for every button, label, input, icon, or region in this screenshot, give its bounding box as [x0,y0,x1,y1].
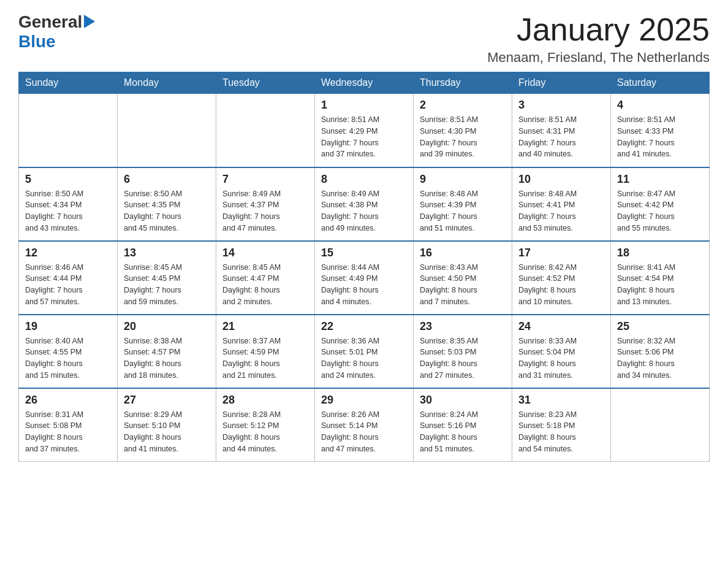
table-row: 9Sunrise: 8:48 AM Sunset: 4:39 PM Daylig… [414,167,512,241]
day-number: 18 [617,247,703,259]
day-info: Sunrise: 8:43 AM Sunset: 4:50 PM Dayligh… [420,262,506,308]
table-row [118,94,216,167]
day-number: 13 [124,247,210,259]
title-section: January 2025 Menaam, Friesland, The Neth… [487,12,710,66]
day-number: 17 [518,247,604,259]
day-number: 1 [321,99,407,112]
calendar-week-row: 19Sunrise: 8:40 AM Sunset: 4:55 PM Dayli… [19,315,710,388]
table-row: 3Sunrise: 8:51 AM Sunset: 4:31 PM Daylig… [512,94,611,167]
day-info: Sunrise: 8:35 AM Sunset: 5:03 PM Dayligh… [420,335,506,381]
table-row: 1Sunrise: 8:51 AM Sunset: 4:29 PM Daylig… [315,94,414,167]
day-number: 10 [518,173,604,186]
day-info: Sunrise: 8:28 AM Sunset: 5:12 PM Dayligh… [222,409,308,455]
table-row [611,388,710,462]
day-number: 6 [124,173,210,186]
day-number: 9 [420,173,506,186]
day-number: 7 [222,173,308,186]
day-number: 20 [124,320,210,333]
day-number: 15 [321,247,407,259]
day-number: 11 [617,173,703,186]
day-number: 4 [617,99,703,112]
day-number: 5 [25,173,111,186]
day-number: 3 [518,99,604,112]
day-info: Sunrise: 8:49 AM Sunset: 4:37 PM Dayligh… [222,188,308,234]
table-row: 21Sunrise: 8:37 AM Sunset: 4:59 PM Dayli… [216,315,315,388]
day-info: Sunrise: 8:51 AM Sunset: 4:33 PM Dayligh… [617,114,703,160]
day-info: Sunrise: 8:44 AM Sunset: 4:49 PM Dayligh… [321,262,407,308]
table-row: 12Sunrise: 8:46 AM Sunset: 4:44 PM Dayli… [19,241,118,315]
header-friday: Friday [512,72,611,94]
day-info: Sunrise: 8:37 AM Sunset: 4:59 PM Dayligh… [222,335,308,381]
day-info: Sunrise: 8:33 AM Sunset: 5:04 PM Dayligh… [518,335,604,381]
table-row: 26Sunrise: 8:31 AM Sunset: 5:08 PM Dayli… [19,388,118,462]
day-info: Sunrise: 8:32 AM Sunset: 5:06 PM Dayligh… [617,335,703,381]
table-row: 18Sunrise: 8:41 AM Sunset: 4:54 PM Dayli… [611,241,710,315]
table-row: 29Sunrise: 8:26 AM Sunset: 5:14 PM Dayli… [315,388,414,462]
day-number: 27 [124,394,210,407]
day-number: 16 [420,247,506,259]
day-number: 12 [25,247,111,259]
logo-blue-text: Blue [18,32,56,51]
table-row: 23Sunrise: 8:35 AM Sunset: 5:03 PM Dayli… [414,315,512,388]
header-monday: Monday [118,72,216,94]
calendar-week-row: 1Sunrise: 8:51 AM Sunset: 4:29 PM Daylig… [19,94,710,167]
day-info: Sunrise: 8:38 AM Sunset: 4:57 PM Dayligh… [124,335,210,381]
day-info: Sunrise: 8:36 AM Sunset: 5:01 PM Dayligh… [321,335,407,381]
header-wednesday: Wednesday [315,72,414,94]
day-info: Sunrise: 8:23 AM Sunset: 5:18 PM Dayligh… [518,409,604,455]
day-info: Sunrise: 8:47 AM Sunset: 4:42 PM Dayligh… [617,188,703,234]
table-row: 25Sunrise: 8:32 AM Sunset: 5:06 PM Dayli… [611,315,710,388]
day-info: Sunrise: 8:45 AM Sunset: 4:47 PM Dayligh… [222,262,308,308]
day-info: Sunrise: 8:48 AM Sunset: 4:39 PM Dayligh… [420,188,506,234]
table-row: 24Sunrise: 8:33 AM Sunset: 5:04 PM Dayli… [512,315,611,388]
table-row: 16Sunrise: 8:43 AM Sunset: 4:50 PM Dayli… [414,241,512,315]
day-number: 30 [420,394,506,407]
table-row [19,94,118,167]
logo-general-text: General [18,12,82,32]
day-info: Sunrise: 8:41 AM Sunset: 4:54 PM Dayligh… [617,262,703,308]
table-row: 10Sunrise: 8:48 AM Sunset: 4:41 PM Dayli… [512,167,611,241]
day-info: Sunrise: 8:51 AM Sunset: 4:29 PM Dayligh… [321,114,407,160]
day-number: 19 [25,320,111,333]
day-info: Sunrise: 8:40 AM Sunset: 4:55 PM Dayligh… [25,335,111,381]
month-title: January 2025 [487,12,710,47]
day-info: Sunrise: 8:45 AM Sunset: 4:45 PM Dayligh… [124,262,210,308]
day-number: 22 [321,320,407,333]
table-row: 8Sunrise: 8:49 AM Sunset: 4:38 PM Daylig… [315,167,414,241]
table-row [216,94,315,167]
table-row: 15Sunrise: 8:44 AM Sunset: 4:49 PM Dayli… [315,241,414,315]
table-row: 19Sunrise: 8:40 AM Sunset: 4:55 PM Dayli… [19,315,118,388]
day-info: Sunrise: 8:29 AM Sunset: 5:10 PM Dayligh… [124,409,210,455]
day-number: 26 [25,394,111,407]
day-info: Sunrise: 8:51 AM Sunset: 4:31 PM Dayligh… [518,114,604,160]
calendar-week-row: 12Sunrise: 8:46 AM Sunset: 4:44 PM Dayli… [19,241,710,315]
table-row: 22Sunrise: 8:36 AM Sunset: 5:01 PM Dayli… [315,315,414,388]
day-info: Sunrise: 8:24 AM Sunset: 5:16 PM Dayligh… [420,409,506,455]
table-row: 14Sunrise: 8:45 AM Sunset: 4:47 PM Dayli… [216,241,315,315]
header-saturday: Saturday [611,72,710,94]
logo-arrow-icon [84,15,95,28]
day-info: Sunrise: 8:51 AM Sunset: 4:30 PM Dayligh… [420,114,506,160]
table-row: 31Sunrise: 8:23 AM Sunset: 5:18 PM Dayli… [512,388,611,462]
day-info: Sunrise: 8:46 AM Sunset: 4:44 PM Dayligh… [25,262,111,308]
table-row: 30Sunrise: 8:24 AM Sunset: 5:16 PM Dayli… [414,388,512,462]
table-row: 2Sunrise: 8:51 AM Sunset: 4:30 PM Daylig… [414,94,512,167]
header-thursday: Thursday [414,72,512,94]
day-number: 8 [321,173,407,186]
location-subtitle: Menaam, Friesland, The Netherlands [487,50,710,66]
day-number: 2 [420,99,506,112]
calendar-table: Sunday Monday Tuesday Wednesday Thursday… [18,72,710,462]
table-row: 28Sunrise: 8:28 AM Sunset: 5:12 PM Dayli… [216,388,315,462]
day-number: 25 [617,320,703,333]
table-row: 17Sunrise: 8:42 AM Sunset: 4:52 PM Dayli… [512,241,611,315]
day-number: 14 [222,247,308,259]
day-info: Sunrise: 8:48 AM Sunset: 4:41 PM Dayligh… [518,188,604,234]
header-tuesday: Tuesday [216,72,315,94]
page-header: General Blue January 2025 Menaam, Friesl… [18,12,710,66]
table-row: 4Sunrise: 8:51 AM Sunset: 4:33 PM Daylig… [611,94,710,167]
calendar-week-row: 5Sunrise: 8:50 AM Sunset: 4:34 PM Daylig… [19,167,710,241]
day-info: Sunrise: 8:42 AM Sunset: 4:52 PM Dayligh… [518,262,604,308]
day-number: 28 [222,394,308,407]
day-number: 21 [222,320,308,333]
day-number: 29 [321,394,407,407]
